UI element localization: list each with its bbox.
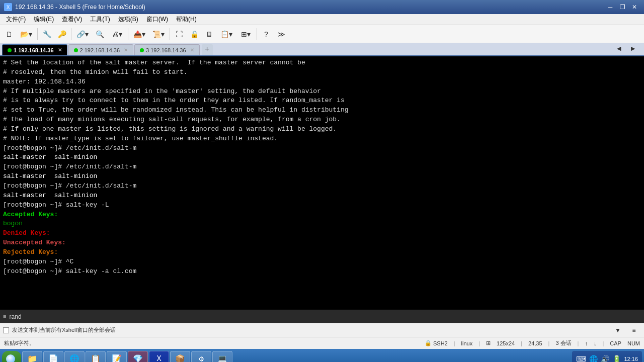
send-arrow-down[interactable]: ▼ [611, 323, 625, 337]
session-button[interactable]: 📋▾ [217, 27, 235, 41]
size-indicator: ⊞ [486, 340, 491, 346]
terminal-line: [root@bogon ~]# /etc/init.d/salt-m [3, 162, 641, 172]
tab-dot-1 [8, 48, 12, 52]
taskbar-xshell[interactable]: X [149, 351, 169, 362]
send-label: 发送文本到当前所有Xshell窗口的全部会话 [12, 326, 116, 334]
terminal-line: Accepted Keys: [3, 210, 641, 220]
terminal-line: [root@bogon ~]# /etc/init.d/salt-m [3, 144, 641, 153]
start-button[interactable] [2, 351, 21, 362]
tab-3-close[interactable]: ✕ [190, 47, 194, 53]
toolbar: 🗋 📂▾ 🔧 🔑 🔗▾ 🔍 🖨▾ 📤▾ 📜▾ ⛶ 🔒 🖥 📋▾ ⊞▾ ? ≫ [0, 25, 644, 43]
more-button[interactable]: ≫ [274, 27, 288, 41]
terminal-line: salt-master salt-minion [3, 172, 641, 182]
send-controls: ▼ ≡ [611, 323, 641, 337]
taskbar-chrome[interactable]: 🌐 [64, 351, 85, 362]
tray-network[interactable]: 🌐 [589, 355, 598, 362]
script-button[interactable]: 📜▾ [149, 27, 168, 41]
taskbar-acrobat[interactable]: 📋 [86, 351, 106, 362]
taskbar-settings[interactable]: ⚙ [191, 351, 211, 362]
transfer-button[interactable]: 📤▾ [130, 27, 148, 41]
taskbar-explorer[interactable]: 📁 [22, 351, 42, 362]
send-checkbox[interactable] [3, 327, 9, 333]
cursor-pos: 24,35 [528, 340, 542, 346]
terminal[interactable]: # Set the location of the salt master se… [0, 56, 644, 310]
menubar: 文件(F) 编辑(E) 查看(V) 工具(T) 选项(B) 窗口(W) 帮助(H… [0, 14, 644, 25]
tab-3[interactable]: 3 192.168.14.36 ✕ [134, 44, 200, 55]
terminal-line: bogon [3, 219, 641, 229]
tabbar: 1 192.168.14.36 ✕ 2 192.168.14.36 ✕ 3 19… [0, 43, 644, 56]
menu-help[interactable]: 帮助(H) [172, 14, 201, 25]
session-count: 3 会话 [555, 339, 571, 347]
terminal-line: [root@bogon ~]# salt-key -a cl.com [3, 267, 641, 277]
ssh-icon: 🔒 [425, 340, 432, 346]
terminal-line: Rejected Keys: [3, 248, 641, 257]
key-button[interactable]: 🔑 [55, 27, 69, 41]
menu-window[interactable]: 窗口(W) [142, 14, 172, 25]
tab-2-close[interactable]: ✕ [124, 47, 128, 53]
terminal-line: # NOTE: If master_type is set to failove… [3, 134, 641, 144]
menu-tools[interactable]: 工具(T) [86, 14, 114, 25]
taskbar-notepad[interactable]: 📄 [43, 351, 63, 362]
window-title: 192.168.14.36 - Xshell 5 (Free for Home/… [15, 4, 605, 11]
layout-button[interactable]: ⊞▾ [236, 27, 255, 41]
tab-2[interactable]: 2 192.168.14.36 ✕ [68, 44, 134, 55]
terminal-line: # If multiple masters are specified in t… [3, 87, 641, 97]
titlebar: X 192.168.14.36 - Xshell 5 (Free for Hom… [0, 0, 644, 14]
terminal-line: Unaccepted Keys: [3, 238, 641, 248]
monitor-button[interactable]: 🖥 [202, 27, 216, 41]
close-button[interactable]: ✕ [629, 3, 640, 12]
ssh-status: 🔒 SSH2 [425, 340, 448, 346]
tab-1-label: 1 192.168.14.36 [14, 47, 54, 53]
rand-label: rand [10, 313, 22, 320]
help-button[interactable]: ? [259, 27, 273, 41]
menu-edit[interactable]: 编辑(E) [30, 14, 58, 25]
arrow-down: ↓ [594, 340, 597, 346]
terminal-line: # set to True, the order will be randomi… [3, 106, 641, 115]
menu-view[interactable]: 查看(V) [58, 14, 86, 25]
tray-battery[interactable]: 🔋 [612, 355, 621, 362]
lock-button[interactable]: 🔒 [187, 27, 201, 41]
add-tab-button[interactable]: + [202, 44, 213, 55]
tab-dot-3 [140, 48, 144, 52]
tray-sound[interactable]: 🔊 [601, 355, 609, 362]
tray-keyboard[interactable]: ⌨ [576, 355, 586, 362]
taskbar-ruby[interactable]: 💎 [128, 351, 148, 362]
tab-1[interactable]: 1 192.168.14.36 ✕ [2, 44, 67, 55]
terminal-line: # Set the location of the salt master se… [3, 58, 641, 68]
new-button[interactable]: 🗋 [2, 27, 16, 41]
send-menu[interactable]: ≡ [627, 323, 641, 337]
rand-icon: ≡ [3, 314, 7, 320]
fullscreen-button[interactable]: ⛶ [172, 27, 186, 41]
send-bar: 发送文本到当前所有Xshell窗口的全部会话 ▼ ≡ [0, 323, 644, 337]
start-orb [6, 354, 15, 362]
taskbar-winzip[interactable]: 📦 [170, 351, 190, 362]
terminal-line: salt-master salt-minion [3, 191, 641, 201]
statusbar: 粘贴6字符。 🔒 SSH2 | linux | ⊞ 125x24 | 24,35… [0, 337, 644, 349]
terminal-line: [root@bogon ~]# ^C [3, 257, 641, 267]
terminal-line: [root@bogon ~]# salt-key -L [3, 201, 641, 210]
connect-button[interactable]: 🔗▾ [73, 27, 92, 41]
search-button[interactable]: 🔍 [93, 27, 107, 41]
menu-options[interactable]: 选项(B) [114, 14, 142, 25]
tab-dot-2 [74, 48, 78, 52]
arrow-up: ↑ [585, 340, 588, 346]
terminal-line: # is to always try to connect to them in… [3, 96, 641, 106]
tab-1-close[interactable]: ✕ [58, 47, 62, 53]
app-icon: X [4, 3, 12, 11]
next-tab-button[interactable]: ▶ [626, 41, 640, 55]
system-tray: ⌨ 🌐 🔊 🔋 12:16 [572, 351, 642, 362]
taskbar-word[interactable]: 📝 [107, 351, 127, 362]
open-button[interactable]: 📂▾ [17, 27, 35, 41]
system-clock: 12:16 [624, 356, 638, 362]
menu-file[interactable]: 文件(F) [2, 14, 30, 25]
taskbar-pc[interactable]: 💻 [212, 351, 232, 362]
terminal-line: # If only one master is listed, this set… [3, 125, 641, 134]
properties-button[interactable]: 🔧 [40, 27, 54, 41]
minimize-button[interactable]: ─ [605, 3, 616, 12]
print-button[interactable]: 🖨▾ [108, 27, 126, 41]
window-controls: ─ ❐ ✕ [605, 3, 640, 12]
restore-button[interactable]: ❐ [617, 3, 628, 12]
paste-status: 粘贴6字符。 [4, 339, 419, 347]
terminal-line: # the load of many minions executing sal… [3, 115, 641, 125]
prev-tab-button[interactable]: ◀ [612, 41, 626, 55]
